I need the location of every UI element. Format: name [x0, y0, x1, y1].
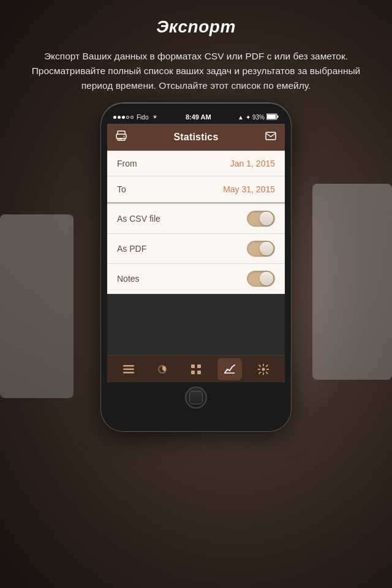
home-button-inner — [189, 391, 203, 404]
notes-toggle-knob — [260, 272, 273, 285]
app-title: Statistics — [173, 132, 218, 143]
app-screen: Statistics From Jan 1, 2015 To May 31, 2… — [107, 124, 285, 382]
svg-point-18 — [262, 368, 265, 371]
phone-frame: Fido 8:49 AM ▲ ✦ 93% — [101, 103, 291, 431]
content-area — [107, 294, 285, 355]
tab-grid[interactable] — [184, 358, 208, 380]
svg-rect-13 — [191, 364, 195, 368]
page-description: Экспорт Ваших данных в форматах CSV или … — [0, 43, 392, 103]
csv-label: As CSV file — [117, 214, 160, 224]
home-button[interactable] — [185, 386, 207, 409]
svg-rect-14 — [197, 364, 201, 368]
svg-rect-1 — [277, 115, 279, 118]
pdf-toggle-knob — [260, 242, 273, 255]
svg-point-8 — [124, 136, 125, 137]
tab-menu[interactable] — [116, 358, 141, 380]
svg-rect-15 — [191, 371, 195, 374]
tab-chart[interactable] — [150, 358, 175, 380]
notes-toggle-row[interactable]: Notes — [107, 264, 285, 294]
tab-bar — [107, 355, 285, 382]
pdf-toggle-row[interactable]: As PDF — [107, 234, 285, 264]
pdf-label: As PDF — [117, 244, 146, 254]
svg-rect-2 — [267, 115, 276, 119]
from-label: From — [117, 159, 137, 168]
svg-rect-16 — [197, 371, 201, 374]
battery-percent: 93% — [252, 114, 265, 121]
to-row[interactable]: To May 31, 2015 — [107, 176, 285, 202]
svg-rect-10 — [123, 365, 134, 367]
tab-stats[interactable] — [217, 358, 242, 380]
svg-rect-9 — [266, 132, 276, 140]
app-header: Statistics — [107, 124, 285, 151]
notes-label: Notes — [117, 274, 140, 284]
battery-icon — [266, 113, 279, 121]
csv-toggle-knob — [260, 212, 273, 225]
pdf-toggle[interactable] — [247, 241, 275, 257]
date-section: From Jan 1, 2015 To May 31, 2015 — [107, 151, 285, 202]
carrier-name: Fido — [137, 114, 148, 121]
csv-toggle-row[interactable]: As CSV file — [107, 204, 285, 234]
toggle-section: As CSV file As PDF Notes — [107, 204, 285, 294]
notes-toggle[interactable] — [247, 271, 275, 287]
bluetooth-icon: ✦ — [246, 114, 251, 121]
location-icon: ▲ — [238, 114, 244, 121]
status-bar: Fido 8:49 AM ▲ ✦ 93% — [105, 110, 287, 124]
tab-settings[interactable] — [251, 358, 276, 380]
from-value: Jan 1, 2015 — [230, 159, 275, 168]
to-label: To — [117, 184, 126, 194]
csv-toggle[interactable] — [247, 211, 275, 227]
wifi-icon — [151, 113, 159, 121]
to-value: May 31, 2015 — [223, 184, 275, 194]
home-area — [185, 382, 207, 413]
signal-dots — [113, 116, 134, 119]
from-row[interactable]: From Jan 1, 2015 — [107, 151, 285, 176]
svg-rect-7 — [116, 134, 126, 138]
svg-rect-12 — [123, 372, 134, 374]
status-time: 8:49 AM — [186, 113, 211, 121]
email-icon[interactable] — [265, 132, 276, 143]
svg-rect-11 — [123, 368, 134, 370]
page-title: Экспорт — [18, 17, 374, 37]
print-icon[interactable] — [116, 130, 127, 144]
